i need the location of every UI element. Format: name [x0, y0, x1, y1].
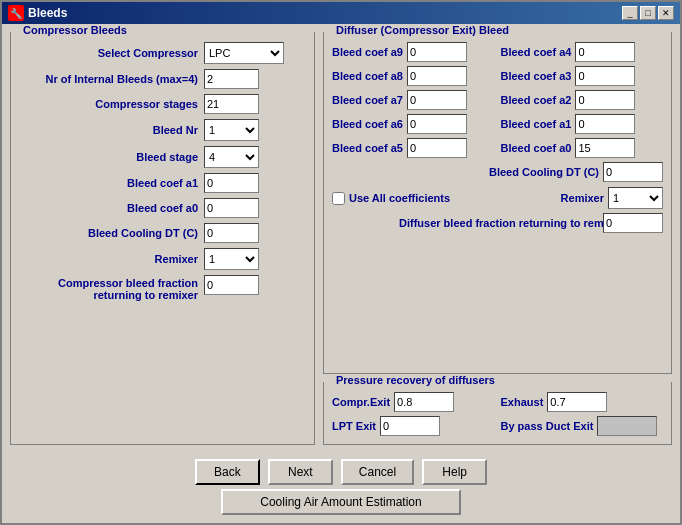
- help-button[interactable]: Help: [422, 459, 487, 485]
- diffuser-coef-grid: Bleed coef a9 Bleed coef a4 Bleed coef a…: [332, 42, 663, 158]
- diffuser-bleed-title: Diffuser (Compressor Exit) Bleed: [332, 24, 513, 36]
- remixer-dropdown[interactable]: 1234: [204, 248, 259, 270]
- use-all-coef-label: Use All coefficients: [349, 192, 450, 204]
- diffuser-fraction-input[interactable]: [603, 213, 663, 233]
- compressor-bleed-fraction-row: Compressor bleed fraction returning to r…: [19, 275, 306, 301]
- coef-a5-label: Bleed coef a5: [332, 142, 403, 154]
- coef-a9-input[interactable]: [407, 42, 467, 62]
- coef-a0-row: Bleed coef a0: [501, 138, 664, 158]
- bypass-duct-label: By pass Duct Exit: [501, 420, 594, 432]
- select-compressor-dropdown[interactable]: LPC HPC: [204, 42, 284, 64]
- exhaust-label: Exhaust: [501, 396, 544, 408]
- bleed-stage-dropdown[interactable]: 12345: [204, 146, 259, 168]
- compressor-bleed-fraction-input[interactable]: [204, 275, 259, 295]
- bleed-coef-a1-label: Bleed coef a1: [19, 177, 204, 189]
- diffuser-remixer-label: Remixer: [561, 192, 604, 204]
- back-button[interactable]: Back: [195, 459, 260, 485]
- use-all-coef-remixer-row: Use All coefficients Remixer 1234: [332, 187, 663, 209]
- exhaust-row: Exhaust: [501, 392, 664, 412]
- coef-a8-label: Bleed coef a8: [332, 70, 403, 82]
- bleed-nr-row: Bleed Nr 1234: [19, 119, 306, 141]
- diffuser-remixer-dropdown[interactable]: 1234: [608, 187, 663, 209]
- compr-exit-row: Compr.Exit: [332, 392, 495, 412]
- compr-exit-label: Compr.Exit: [332, 396, 390, 408]
- exhaust-input[interactable]: [547, 392, 607, 412]
- coef-a2-row: Bleed coef a2: [501, 90, 664, 110]
- minimize-button[interactable]: _: [622, 6, 638, 20]
- coef-a8-row: Bleed coef a8: [332, 66, 495, 86]
- coef-a2-input[interactable]: [575, 90, 635, 110]
- diffuser-fraction-row: Diffuser bleed fraction returning to rem…: [332, 213, 663, 233]
- compressor-bleeds-title: Compressor Bleeds: [19, 24, 131, 36]
- nr-internal-bleeds-input[interactable]: [204, 69, 259, 89]
- bleed-coef-a0-input[interactable]: [204, 198, 259, 218]
- window-title: Bleeds: [28, 6, 67, 20]
- pressure-recovery-title: Pressure recovery of diffusers: [332, 374, 499, 386]
- coef-a8-input[interactable]: [407, 66, 467, 86]
- pressure-grid: Compr.Exit Exhaust LPT Exit: [332, 392, 663, 436]
- right-column: Diffuser (Compressor Exit) Bleed Bleed c…: [323, 32, 672, 445]
- use-all-coef-container: Use All coefficients: [332, 192, 450, 205]
- coef-a4-input[interactable]: [575, 42, 635, 62]
- coef-a9-label: Bleed coef a9: [332, 46, 403, 58]
- title-bar-controls: _ □ ✕: [622, 6, 674, 20]
- bleed-nr-dropdown[interactable]: 1234: [204, 119, 259, 141]
- coef-a7-input[interactable]: [407, 90, 467, 110]
- bleed-cooling-dt-label: Bleed Cooling DT (C): [19, 227, 204, 239]
- close-button[interactable]: ✕: [658, 6, 674, 20]
- lpt-exit-input[interactable]: [380, 416, 440, 436]
- cooling-air-button[interactable]: Cooling Air Amount Estimation: [221, 489, 461, 515]
- bleed-coef-a0-label: Bleed coef a0: [19, 202, 204, 214]
- coef-a7-row: Bleed coef a7: [332, 90, 495, 110]
- select-compressor-row: Select Compressor LPC HPC: [19, 42, 306, 64]
- main-window: 🔧 Bleeds _ □ ✕ Compressor Bleeds Select …: [0, 0, 682, 525]
- diffuser-remixer-container: Remixer 1234: [561, 187, 663, 209]
- bleed-coef-a1-row: Bleed coef a1: [19, 173, 306, 193]
- coef-a0-label: Bleed coef a0: [501, 142, 572, 154]
- diffuser-cooling-dt-row: Bleed Cooling DT (C): [332, 162, 663, 182]
- main-buttons-row: Back Next Cancel Help: [195, 459, 487, 485]
- compressor-stages-label: Compressor stages: [19, 98, 204, 110]
- coef-a6-input[interactable]: [407, 114, 467, 134]
- coef-a5-input[interactable]: [407, 138, 467, 158]
- compr-exit-input[interactable]: [394, 392, 454, 412]
- bottom-section: Back Next Cancel Help Cooling Air Amount…: [10, 455, 672, 515]
- maximize-button[interactable]: □: [640, 6, 656, 20]
- coef-a4-label: Bleed coef a4: [501, 46, 572, 58]
- coef-a4-row: Bleed coef a4: [501, 42, 664, 62]
- coef-a1-input[interactable]: [575, 114, 635, 134]
- nr-internal-bleeds-label: Nr of Internal Bleeds (max=4): [19, 73, 204, 85]
- coef-a9-row: Bleed coef a9: [332, 42, 495, 62]
- title-bar-left: 🔧 Bleeds: [8, 5, 67, 21]
- compressor-bleeds-group: Compressor Bleeds Select Compressor LPC …: [10, 32, 315, 445]
- coef-a1-row: Bleed coef a1: [501, 114, 664, 134]
- diffuser-cooling-dt-input[interactable]: [603, 162, 663, 182]
- cancel-button[interactable]: Cancel: [341, 459, 414, 485]
- window-icon: 🔧: [8, 5, 24, 21]
- coef-a7-label: Bleed coef a7: [332, 94, 403, 106]
- coef-a0-input[interactable]: [575, 138, 635, 158]
- remixer-row: Remixer 1234: [19, 248, 306, 270]
- nr-internal-bleeds-row: Nr of Internal Bleeds (max=4): [19, 69, 306, 89]
- bleed-nr-label: Bleed Nr: [19, 124, 204, 136]
- next-button[interactable]: Next: [268, 459, 333, 485]
- bleed-coef-a0-row: Bleed coef a0: [19, 198, 306, 218]
- bleed-cooling-dt-row: Bleed Cooling DT (C): [19, 223, 306, 243]
- bleed-coef-a1-input[interactable]: [204, 173, 259, 193]
- use-all-coef-checkbox[interactable]: [332, 192, 345, 205]
- coef-a6-label: Bleed coef a6: [332, 118, 403, 130]
- coef-a3-row: Bleed coef a3: [501, 66, 664, 86]
- coef-a3-input[interactable]: [575, 66, 635, 86]
- bleed-stage-label: Bleed stage: [19, 151, 204, 163]
- compressor-stages-input[interactable]: [204, 94, 259, 114]
- coef-a3-label: Bleed coef a3: [501, 70, 572, 82]
- bleed-stage-row: Bleed stage 12345: [19, 146, 306, 168]
- pressure-recovery-group: Pressure recovery of diffusers Compr.Exi…: [323, 382, 672, 445]
- diffuser-fraction-label: Diffuser bleed fraction returning to rem…: [399, 217, 599, 229]
- lpt-exit-row: LPT Exit: [332, 416, 495, 436]
- coef-a6-row: Bleed coef a6: [332, 114, 495, 134]
- title-bar: 🔧 Bleeds _ □ ✕: [2, 2, 680, 24]
- bypass-duct-input[interactable]: [597, 416, 657, 436]
- bleed-cooling-dt-input[interactable]: [204, 223, 259, 243]
- bypass-duct-row: By pass Duct Exit: [501, 416, 664, 436]
